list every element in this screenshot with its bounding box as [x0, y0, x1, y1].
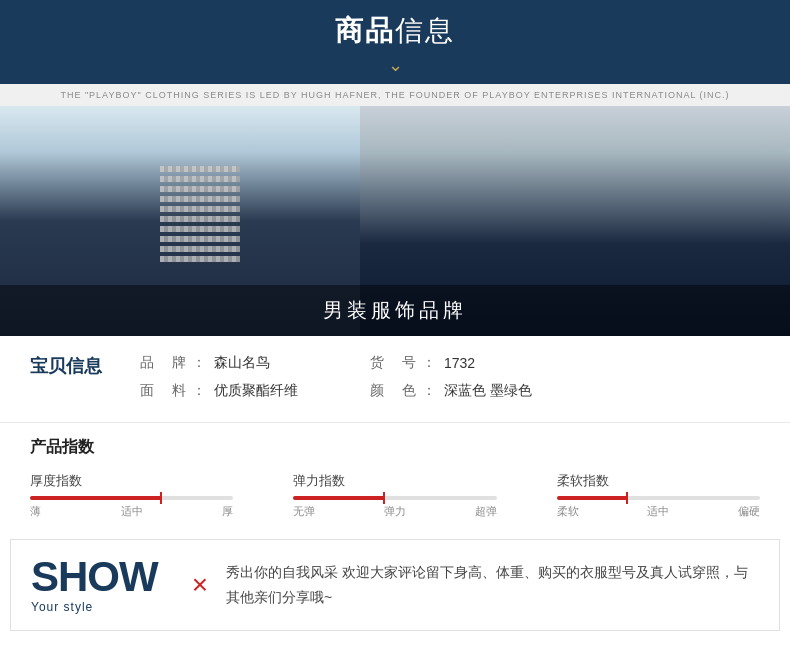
bar-labels-elastic: 无弹 弹力 超弹: [293, 504, 496, 519]
stripe-1: [160, 166, 240, 172]
header-title-highlight: 商品: [335, 15, 395, 46]
bar-group-soft: 柔软指数 柔软 适中 偏硬: [557, 472, 760, 519]
info-group-number: 货 号 ： 1732: [370, 354, 570, 372]
stripe-5: [160, 206, 240, 212]
bar-sub-soft: 柔软: [557, 504, 579, 519]
show-text-block: SHOW Your style: [31, 556, 158, 614]
info-key-number: 货 号: [370, 354, 418, 372]
bar-fill-thickness: [30, 496, 162, 500]
info-group-material: 面 料 ： 优质聚酯纤维: [140, 382, 340, 400]
bar-sub-medium: 适中: [121, 504, 143, 519]
show-sub-text: Your style: [31, 600, 93, 614]
info-fields-2: 面 料 ： 优质聚酯纤维 颜 色 ： 深蓝色 墨绿色: [140, 382, 760, 400]
product-index-title: 产品指数: [30, 437, 760, 458]
bar-marker-elastic: [383, 492, 385, 504]
bar-sub-hard: 偏硬: [738, 504, 760, 519]
bar-fill-elastic: [293, 496, 384, 500]
info-key-brand: 品 牌: [140, 354, 188, 372]
subtitle-band: THE "PLAYBOY" CLOTHING SERIES IS LED BY …: [0, 84, 790, 106]
page-header: 商品信息 ⌄: [0, 0, 790, 84]
hero-overlay-text: 男装服饰品牌: [0, 285, 790, 336]
bar-group-elastic: 弹力指数 无弹 弹力 超弹: [293, 472, 496, 519]
info-row-2: 宝贝信息 面 料 ： 优质聚酯纤维 颜 色 ： 深蓝色 墨绿色: [30, 382, 760, 406]
bar-sub-medium-soft: 适中: [647, 504, 669, 519]
bar-sub-noelastic: 无弹: [293, 504, 315, 519]
info-row: 宝贝信息 品 牌 ： 森山名鸟 货 号 ： 1732: [30, 354, 760, 378]
show-big-text: SHOW: [31, 556, 158, 598]
stripe-9: [160, 246, 240, 252]
bar-marker-thickness: [160, 492, 162, 504]
info-label: 宝贝信息: [30, 354, 120, 378]
header-title-rest: 信息: [395, 15, 455, 46]
bar-track-elastic: [293, 496, 496, 500]
bar-fill-soft: [557, 496, 628, 500]
stripe-8: [160, 236, 240, 242]
product-index-section: 产品指数 厚度指数 薄 适中 厚 弹力指数 无弹: [0, 423, 790, 529]
stripe-2: [160, 176, 240, 182]
index-bars-container: 厚度指数 薄 适中 厚 弹力指数 无弹 弹力 超弹: [30, 472, 760, 519]
bar-marker-soft: [626, 492, 628, 504]
info-val-color: 深蓝色 墨绿色: [444, 382, 532, 400]
header-title: 商品信息: [0, 12, 790, 50]
header-arrow-icon: ⌄: [0, 54, 790, 76]
stripe-3: [160, 186, 240, 192]
info-val-number: 1732: [444, 355, 475, 371]
info-colon-2: ：: [422, 354, 436, 372]
stripe-4: [160, 196, 240, 202]
bar-label-thickness: 厚度指数: [30, 472, 233, 490]
stripe-6: [160, 216, 240, 222]
info-key-material: 面 料: [140, 382, 188, 400]
info-key-color: 颜 色: [370, 382, 418, 400]
product-info-section: 宝贝信息 品 牌 ： 森山名鸟 货 号 ： 1732 宝贝信息 面 料 ： 优质…: [0, 336, 790, 423]
bar-sub-elastic: 弹力: [384, 504, 406, 519]
bar-track-thickness: [30, 496, 233, 500]
bar-sub-thin: 薄: [30, 504, 41, 519]
bar-sub-thick: 厚: [222, 504, 233, 519]
subtitle-text: THE "PLAYBOY" CLOTHING SERIES IS LED BY …: [60, 90, 729, 100]
info-colon-3: ：: [192, 382, 206, 400]
show-x-icon: ×: [192, 569, 208, 601]
info-fields: 品 牌 ： 森山名鸟 货 号 ： 1732: [140, 354, 760, 372]
bar-label-soft: 柔软指数: [557, 472, 760, 490]
bar-group-thickness: 厚度指数 薄 适中 厚: [30, 472, 233, 519]
bar-label-elastic: 弹力指数: [293, 472, 496, 490]
hero-image: 男装服饰品牌: [0, 106, 790, 336]
info-colon-1: ：: [192, 354, 206, 372]
info-colon-4: ：: [422, 382, 436, 400]
bar-sub-superelastic: 超弹: [475, 504, 497, 519]
show-section: SHOW Your style × 秀出你的自我风采 欢迎大家评论留下身高、体重…: [10, 539, 780, 631]
info-group-color: 颜 色 ： 深蓝色 墨绿色: [370, 382, 570, 400]
bar-labels-soft: 柔软 适中 偏硬: [557, 504, 760, 519]
stripe-7: [160, 226, 240, 232]
show-description: 秀出你的自我风采 欢迎大家评论留下身高、体重、购买的衣服型号及真人试穿照，与其他…: [226, 560, 759, 610]
info-group-brand: 品 牌 ： 森山名鸟: [140, 354, 340, 372]
bar-labels-thickness: 薄 适中 厚: [30, 504, 233, 519]
stripe-10: [160, 256, 240, 262]
info-val-material: 优质聚酯纤维: [214, 382, 298, 400]
bar-track-soft: [557, 496, 760, 500]
info-val-brand: 森山名鸟: [214, 354, 270, 372]
